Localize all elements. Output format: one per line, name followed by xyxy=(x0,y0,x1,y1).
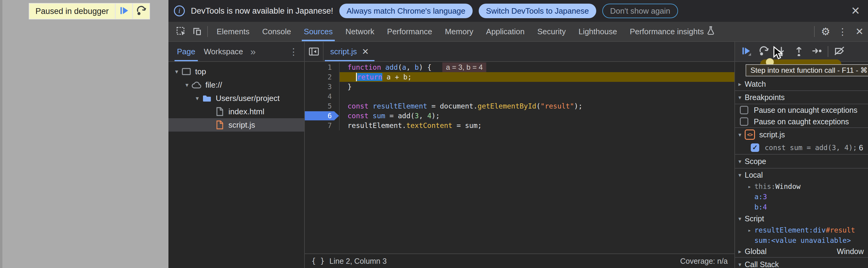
step-over-button-banner[interactable] xyxy=(133,4,149,19)
scope-group-local[interactable]: ▾Local xyxy=(735,169,868,181)
navigator-sidebar: Page Workspace » ⋮ ▾top▾file://▾Users/us… xyxy=(168,42,305,268)
tree-item-file-[interactable]: ▾file:// xyxy=(168,78,304,92)
code-editor[interactable]: 1function add(a, b) {a = 3, b = 42 retur… xyxy=(305,62,734,254)
code-line-4[interactable]: 4 xyxy=(305,92,734,101)
tab-memory[interactable]: Memory xyxy=(438,22,479,41)
tab-performance[interactable]: Performance xyxy=(381,22,439,41)
tree-item-index-html[interactable]: index.html xyxy=(168,105,304,118)
tab-application[interactable]: Application xyxy=(479,22,531,41)
device-toolbar-icon[interactable] xyxy=(189,22,205,41)
close-devtools-icon[interactable]: ✕ xyxy=(851,22,868,41)
navigator-menu-icon[interactable]: ⋮ xyxy=(289,47,300,57)
deactivate-breakpoints-button[interactable] xyxy=(831,42,848,61)
editor-tab-scriptjs[interactable]: script.js ✕ xyxy=(323,42,376,61)
tab-elements[interactable]: Elements xyxy=(210,22,256,41)
tab-label: Performance xyxy=(387,27,432,36)
tab-performance-insights[interactable]: Performance insights xyxy=(623,22,721,41)
scope-group-global[interactable]: ▸GlobalWindow xyxy=(735,245,868,257)
scope-entry-sum[interactable]: sum: <value unavailable> xyxy=(735,235,868,245)
pause-on-caught-exceptions[interactable]: Pause on caught exceptions xyxy=(735,116,868,127)
tab-sources[interactable]: Sources xyxy=(298,22,339,41)
scope-entry-value: 4 xyxy=(763,203,767,211)
section-scope[interactable]: ▾Scope xyxy=(735,155,868,168)
tab-network[interactable]: Network xyxy=(339,22,380,41)
gutter-line-2[interactable]: 2 xyxy=(305,72,340,82)
pause-on-caught-exceptions-checkbox[interactable] xyxy=(740,117,748,126)
step-out-button[interactable] xyxy=(790,42,808,61)
token: function xyxy=(347,63,381,71)
gutter-line-6[interactable]: 6 xyxy=(305,111,340,121)
code-line-6[interactable]: 6const sum = add(3, 4); xyxy=(305,111,734,121)
expand-caret-icon[interactable]: ▸ xyxy=(745,227,754,233)
tree-item-label: top xyxy=(195,67,206,77)
code-line-1[interactable]: 1function add(a, b) {a = 3, b = 4 xyxy=(305,62,734,72)
breakpoint-entry[interactable]: ✓const sum = add(3, 4);6 xyxy=(735,141,868,154)
breakpoint-file-group[interactable]: ▾<>script.js xyxy=(735,128,868,141)
expand-caret-icon[interactable]: ▸ xyxy=(735,81,745,88)
code-line-3[interactable]: 3} xyxy=(305,82,734,92)
scope-group-script[interactable]: ▾Script xyxy=(735,212,868,225)
token: ) { xyxy=(419,63,431,71)
scope-entry-b[interactable]: b: 4 xyxy=(735,202,868,212)
expand-caret-icon[interactable]: ▾ xyxy=(182,81,191,89)
collapse-caret-icon[interactable]: ▾ xyxy=(735,94,745,101)
tab-lighthouse[interactable]: Lighthouse xyxy=(572,22,623,41)
token: , xyxy=(406,63,415,71)
debugger-toolbar xyxy=(735,42,868,62)
always-match-language-button[interactable]: Always match Chrome's language xyxy=(339,4,473,18)
tab-security[interactable]: Security xyxy=(531,22,572,41)
settings-gear-icon[interactable]: ⚙ xyxy=(817,22,834,41)
tab-page[interactable]: Page xyxy=(173,42,200,61)
token: resultElement. xyxy=(347,122,406,129)
token: const xyxy=(347,102,368,110)
inspect-element-icon[interactable] xyxy=(173,22,189,41)
breakpoint-marker[interactable] xyxy=(305,111,339,120)
pause-on-uncaught-exceptions[interactable]: Pause on uncaught exceptions xyxy=(735,104,868,116)
pause-on-uncaught-exceptions-checkbox[interactable] xyxy=(740,106,748,114)
tab-workspace[interactable]: Workspace xyxy=(200,42,248,61)
collapse-caret-icon[interactable]: ▾ xyxy=(735,172,745,179)
resume-button[interactable] xyxy=(737,42,755,61)
expand-caret-icon[interactable]: ▾ xyxy=(193,95,202,102)
scope-entry-a[interactable]: a: 3 xyxy=(735,191,868,202)
pretty-print-icon[interactable]: { } xyxy=(311,257,324,265)
tree-item-users-user-project[interactable]: ▾Users/user/project xyxy=(168,92,304,105)
hide-navigator-icon[interactable] xyxy=(305,42,323,61)
scope-entry-value: <value unavailable> xyxy=(771,236,851,244)
scope-entry-resultElement[interactable]: ▸resultElement: div#result xyxy=(735,225,868,235)
resume-script-button[interactable] xyxy=(116,4,132,19)
collapse-caret-icon[interactable]: ▾ xyxy=(735,131,745,138)
notification-close-icon[interactable]: ✕ xyxy=(851,5,860,17)
step-button[interactable] xyxy=(808,42,825,61)
scope-entry-name: resultElement: xyxy=(754,226,813,234)
close-tab-icon[interactable]: ✕ xyxy=(362,47,369,57)
tree-item-label: index.html xyxy=(228,107,265,116)
scope-entry-this[interactable]: ▸this: Window xyxy=(735,181,868,191)
collapse-caret-icon[interactable]: ▾ xyxy=(735,158,745,165)
section-watch[interactable]: ▸Watch xyxy=(735,78,868,90)
expand-caret-icon[interactable]: ▸ xyxy=(735,248,745,255)
code-line-7[interactable]: 7resultElement.textContent = sum; xyxy=(305,121,734,130)
expand-caret-icon[interactable]: ▸ xyxy=(745,183,754,190)
dont-show-again-button[interactable]: Don't show again xyxy=(602,4,678,18)
breakpoint-enabled-checkbox[interactable]: ✓ xyxy=(751,143,759,152)
collapse-caret-icon[interactable]: ▾ xyxy=(735,261,745,268)
tab-console[interactable]: Console xyxy=(256,22,297,41)
gutter-line-5[interactable]: 5 xyxy=(305,101,340,111)
gutter-line-3[interactable]: 3 xyxy=(305,82,340,92)
gutter-line-4[interactable]: 4 xyxy=(305,92,340,101)
section-call-stack[interactable]: ▾Call Stack xyxy=(735,258,868,268)
switch-to-japanese-button[interactable]: Switch DevTools to Japanese xyxy=(479,4,596,18)
code-line-2[interactable]: 2 return a + b; xyxy=(305,72,734,82)
code-line-5[interactable]: 5const resultElement = document.getEleme… xyxy=(305,101,734,111)
tree-item-top[interactable]: ▾top xyxy=(168,65,304,78)
expand-caret-icon[interactable]: ▾ xyxy=(172,68,181,75)
collapse-caret-icon[interactable]: ▾ xyxy=(735,215,745,222)
more-tabs-icon[interactable]: » xyxy=(247,46,259,57)
section-breakpoints[interactable]: ▾Breakpoints xyxy=(735,91,868,104)
tree-item-script-js[interactable]: script.js xyxy=(168,118,304,131)
more-options-kebab-icon[interactable]: ⋮ xyxy=(834,22,851,41)
frame-icon xyxy=(181,67,191,76)
gutter-line-7[interactable]: 7 xyxy=(305,121,340,130)
gutter-line-1[interactable]: 1 xyxy=(305,62,340,72)
